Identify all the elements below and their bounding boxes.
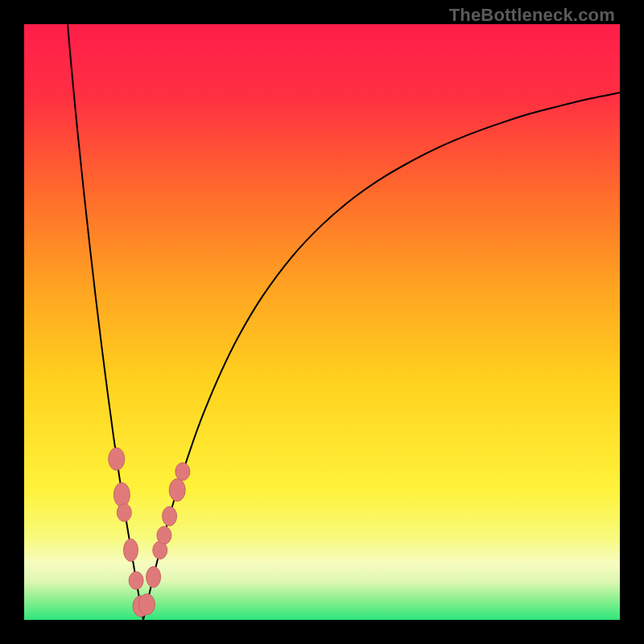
data-marker <box>109 448 125 470</box>
chart-svg <box>24 24 620 620</box>
data-marker <box>138 594 155 615</box>
data-marker <box>129 572 143 589</box>
data-marker <box>117 504 131 522</box>
data-marker <box>147 567 161 588</box>
plot-area <box>24 24 620 620</box>
watermark-text: TheBottleneck.com <box>449 5 615 26</box>
data-marker <box>123 539 138 561</box>
data-marker <box>114 483 130 507</box>
data-marker <box>169 479 185 502</box>
data-marker <box>157 526 171 544</box>
data-marker <box>175 463 190 481</box>
data-marker <box>163 506 177 526</box>
chart-frame: TheBottleneck.com <box>0 0 644 644</box>
